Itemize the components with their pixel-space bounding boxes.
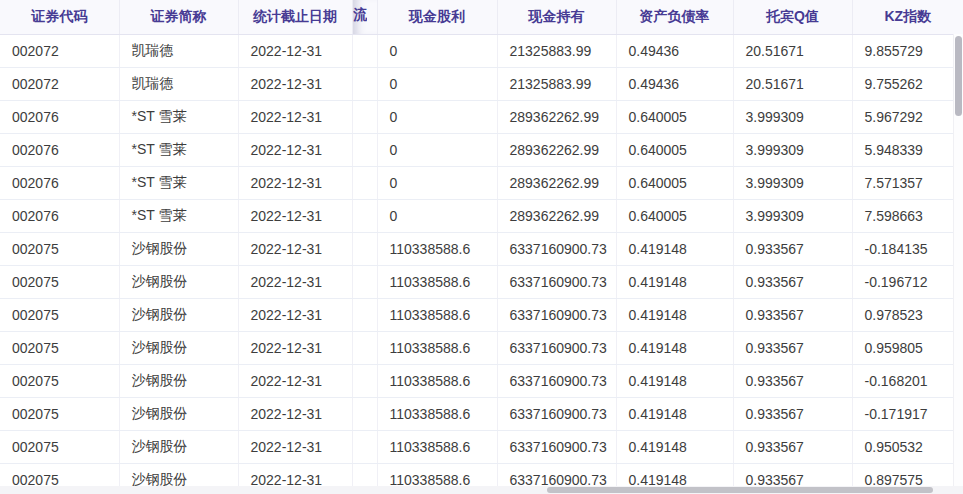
cell-cash-holdings: 6337160900.73	[497, 331, 616, 364]
cell-debt-ratio: 0.49436	[616, 34, 733, 67]
cell-tobin-q: 20.51671	[733, 34, 852, 67]
cell-debt-ratio: 0.640005	[616, 133, 733, 166]
cell-security-name: 凯瑞德	[119, 67, 238, 100]
cell-stat-end-date: 2022-12-31	[238, 166, 352, 199]
cell-cash-dividend: 0	[377, 67, 497, 100]
clipped-column-label: 流	[353, 6, 367, 24]
cell-tobin-q: 0.933567	[733, 397, 852, 430]
cell-tobin-q: 0.933567	[733, 265, 852, 298]
horizontal-scrollbar[interactable]	[0, 486, 963, 494]
cell-tobin-q: 20.51671	[733, 67, 852, 100]
cell-stat-end-date: 2022-12-31	[238, 100, 352, 133]
table-row: 002075沙钢股份2022-12-31110338588.6633716090…	[0, 430, 963, 463]
cell-cash-holdings: 21325883.99	[497, 34, 616, 67]
cell-clipped-cashflow	[352, 67, 377, 100]
table-header: 证券代码证券简称统计截止日期流现金股利现金持有资产负债率托宾Q值KZ指数	[0, 0, 963, 34]
table-row: 002075沙钢股份2022-12-31110338588.6633716090…	[0, 298, 963, 331]
table-row: 002075沙钢股份2022-12-31110338588.6633716090…	[0, 232, 963, 265]
cell-security-code: 002075	[0, 265, 119, 298]
cell-debt-ratio: 0.640005	[616, 199, 733, 232]
table-row: 002076*ST 雪莱2022-12-310289362262.990.640…	[0, 166, 963, 199]
cell-kz-index: 5.948339	[852, 133, 963, 166]
cell-kz-index: 7.571357	[852, 166, 963, 199]
table-row: 002072凯瑞德2022-12-31021325883.990.4943620…	[0, 67, 963, 100]
cell-cash-holdings: 6337160900.73	[497, 364, 616, 397]
cell-debt-ratio: 0.640005	[616, 166, 733, 199]
cell-security-code: 002075	[0, 364, 119, 397]
cell-cash-holdings: 21325883.99	[497, 67, 616, 100]
cell-debt-ratio: 0.419148	[616, 232, 733, 265]
cell-security-name: *ST 雪莱	[119, 199, 238, 232]
cell-cash-dividend: 110338588.6	[377, 232, 497, 265]
cell-cash-dividend: 110338588.6	[377, 331, 497, 364]
cell-tobin-q: 0.933567	[733, 364, 852, 397]
cell-cash-dividend: 0	[377, 199, 497, 232]
cell-security-name: 沙钢股份	[119, 232, 238, 265]
vertical-scrollbar-thumb[interactable]	[955, 36, 962, 116]
cell-clipped-cashflow	[352, 100, 377, 133]
table-row: 002076*ST 雪莱2022-12-310289362262.990.640…	[0, 100, 963, 133]
cell-security-name: 沙钢股份	[119, 265, 238, 298]
table-row: 002075沙钢股份2022-12-31110338588.6633716090…	[0, 265, 963, 298]
cell-debt-ratio: 0.419148	[616, 331, 733, 364]
column-header-kz-index: KZ指数	[852, 0, 963, 34]
cell-tobin-q: 0.933567	[733, 331, 852, 364]
cell-kz-index: 7.598663	[852, 199, 963, 232]
table-body: 002072凯瑞德2022-12-31021325883.990.4943620…	[0, 34, 963, 494]
cell-kz-index: 0.959805	[852, 331, 963, 364]
cell-clipped-cashflow	[352, 397, 377, 430]
column-header-cash-dividend: 现金股利	[377, 0, 497, 34]
cell-security-name: 沙钢股份	[119, 331, 238, 364]
cell-security-name: *ST 雪莱	[119, 100, 238, 133]
cell-cash-dividend: 110338588.6	[377, 364, 497, 397]
table-row: 002075沙钢股份2022-12-31110338588.6633716090…	[0, 364, 963, 397]
cell-cash-dividend: 110338588.6	[377, 298, 497, 331]
cell-debt-ratio: 0.640005	[616, 100, 733, 133]
cell-security-code: 002076	[0, 199, 119, 232]
cell-stat-end-date: 2022-12-31	[238, 298, 352, 331]
cell-tobin-q: 3.999309	[733, 100, 852, 133]
cell-clipped-cashflow	[352, 232, 377, 265]
horizontal-scrollbar-thumb[interactable]	[547, 487, 933, 493]
cell-security-code: 002075	[0, 397, 119, 430]
cell-stat-end-date: 2022-12-31	[238, 265, 352, 298]
cell-security-code: 002075	[0, 232, 119, 265]
cell-stat-end-date: 2022-12-31	[238, 67, 352, 100]
cell-security-code: 002075	[0, 298, 119, 331]
cell-kz-index: 9.855729	[852, 34, 963, 67]
vertical-scrollbar[interactable]	[953, 34, 963, 486]
column-header-debt-ratio: 资产负债率	[616, 0, 733, 34]
cell-tobin-q: 3.999309	[733, 166, 852, 199]
cell-debt-ratio: 0.419148	[616, 397, 733, 430]
cell-security-code: 002072	[0, 34, 119, 67]
cell-debt-ratio: 0.419148	[616, 430, 733, 463]
column-header-security-name: 证券简称	[119, 0, 238, 34]
cell-kz-index: 9.755262	[852, 67, 963, 100]
cell-tobin-q: 3.999309	[733, 133, 852, 166]
cell-clipped-cashflow	[352, 331, 377, 364]
cell-cash-holdings: 6337160900.73	[497, 430, 616, 463]
financial-data-table: 证券代码证券简称统计截止日期流现金股利现金持有资产负债率托宾Q值KZ指数 002…	[0, 0, 963, 494]
data-table-viewport: 证券代码证券简称统计截止日期流现金股利现金持有资产负债率托宾Q值KZ指数 002…	[0, 0, 963, 494]
cell-tobin-q: 0.933567	[733, 430, 852, 463]
cell-stat-end-date: 2022-12-31	[238, 364, 352, 397]
cell-stat-end-date: 2022-12-31	[238, 232, 352, 265]
table-header-row: 证券代码证券简称统计截止日期流现金股利现金持有资产负债率托宾Q值KZ指数	[0, 0, 963, 34]
cell-clipped-cashflow	[352, 265, 377, 298]
cell-kz-index: -0.184135	[852, 232, 963, 265]
cell-security-name: 沙钢股份	[119, 397, 238, 430]
cell-clipped-cashflow	[352, 133, 377, 166]
cell-stat-end-date: 2022-12-31	[238, 397, 352, 430]
cell-kz-index: 0.950532	[852, 430, 963, 463]
cell-clipped-cashflow	[352, 430, 377, 463]
cell-cash-holdings: 6337160900.73	[497, 232, 616, 265]
column-header-stat-end-date: 统计截止日期	[238, 0, 352, 34]
cell-stat-end-date: 2022-12-31	[238, 133, 352, 166]
cell-clipped-cashflow	[352, 166, 377, 199]
table-row: 002076*ST 雪莱2022-12-310289362262.990.640…	[0, 133, 963, 166]
cell-stat-end-date: 2022-12-31	[238, 34, 352, 67]
table-row: 002076*ST 雪莱2022-12-310289362262.990.640…	[0, 199, 963, 232]
cell-kz-index: 5.967292	[852, 100, 963, 133]
cell-tobin-q: 0.933567	[733, 298, 852, 331]
cell-stat-end-date: 2022-12-31	[238, 430, 352, 463]
